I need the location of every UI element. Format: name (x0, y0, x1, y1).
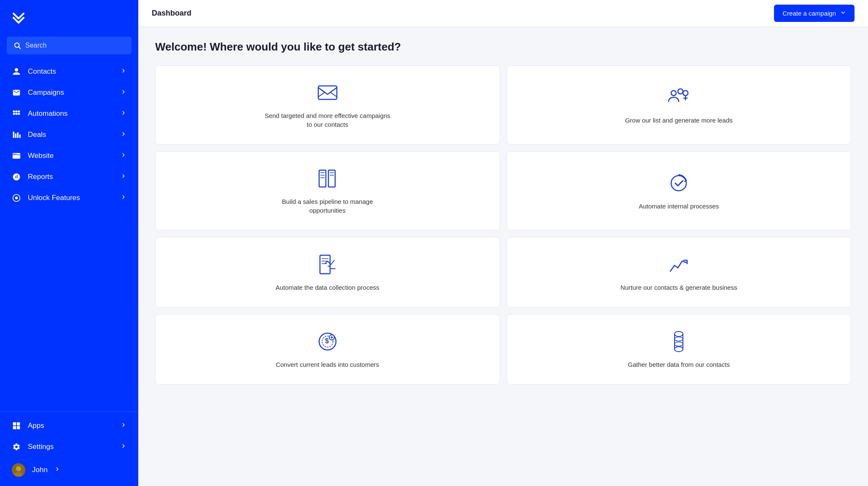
sidebar-divider (0, 411, 138, 412)
leads-card-icon (667, 85, 691, 109)
welcome-heading: Welcome! Where would you like to get sta… (155, 40, 851, 53)
data-card-text: Automate the data collection process (276, 283, 379, 292)
svg-point-29 (671, 91, 676, 96)
sidebar-item-reports[interactable]: Reports (0, 166, 138, 187)
svg-point-24 (16, 466, 21, 471)
apps-icon (12, 421, 21, 430)
card-convert[interactable]: $ Convert current leads into customers (155, 314, 500, 385)
create-campaign-label: Create a campaign (782, 10, 836, 17)
automate-card-icon (667, 171, 691, 195)
search-icon (13, 42, 21, 49)
pipeline-card-text: Build a sales pipeline to manage opportu… (264, 197, 391, 215)
sidebar-item-settings[interactable]: Settings (0, 436, 138, 457)
convert-card-text: Convert current leads into customers (276, 360, 379, 369)
convert-card-icon: $ (316, 330, 339, 353)
create-campaign-chevron (840, 10, 846, 17)
unlock-label: Unlock Features (28, 194, 114, 202)
card-campaigns[interactable]: Send targeted and more effective campaig… (155, 65, 500, 144)
svg-line-28 (331, 93, 337, 97)
website-icon (12, 151, 21, 160)
reports-chevron (121, 173, 126, 181)
svg-rect-3 (16, 111, 18, 112)
svg-rect-19 (13, 422, 16, 426)
card-gather[interactable]: Gather better data from our contacts (507, 314, 852, 385)
svg-rect-26 (318, 86, 337, 99)
svg-rect-9 (15, 134, 16, 138)
avatar (12, 463, 25, 477)
svg-point-55 (675, 337, 683, 341)
reports-icon (12, 172, 21, 182)
deals-icon (12, 130, 21, 139)
settings-icon (12, 442, 21, 451)
create-campaign-button[interactable]: Create a campaign (774, 5, 855, 22)
leads-card-text: Grow our list and generate more leads (625, 116, 733, 125)
website-label: Website (28, 152, 114, 160)
settings-label: Settings (28, 443, 114, 451)
card-data[interactable]: Automate the data collection process (155, 237, 500, 307)
email-card-icon (316, 81, 339, 104)
settings-chevron (121, 443, 126, 451)
search-label: Search (25, 42, 47, 49)
automate-card-text: Automate internal processes (639, 202, 719, 211)
gather-card-icon (667, 330, 691, 353)
svg-point-18 (15, 197, 18, 200)
sidebar-item-automations[interactable]: Automations (0, 103, 138, 124)
logo-icon (12, 10, 25, 27)
page-title: Dashboard (152, 9, 191, 18)
campaigns-label: Campaigns (28, 88, 114, 97)
sidebar-logo[interactable] (0, 0, 138, 37)
apps-label: Apps (28, 422, 114, 430)
website-chevron (121, 152, 126, 160)
svg-text:$: $ (325, 337, 329, 344)
card-nurture[interactable]: Nurture our contacts & generate business (507, 237, 852, 307)
sidebar-item-website[interactable]: Website (0, 145, 138, 166)
automations-label: Automations (28, 109, 114, 118)
svg-rect-21 (13, 426, 16, 430)
apps-chevron (121, 422, 126, 430)
topbar: Dashboard Create a campaign (138, 0, 868, 27)
sidebar-item-campaigns[interactable]: Campaigns (0, 82, 138, 103)
svg-point-15 (14, 154, 15, 155)
svg-rect-4 (18, 111, 20, 112)
svg-rect-11 (19, 134, 21, 138)
svg-rect-8 (13, 132, 14, 138)
pipeline-card-icon (316, 167, 339, 190)
campaigns-icon (12, 88, 21, 97)
campaigns-card-text: Send targeted and more effective campaig… (264, 111, 391, 129)
card-automate[interactable]: Automate internal processes (507, 151, 852, 230)
user-chevron (54, 466, 60, 474)
gather-card-text: Gather better data from our contacts (628, 360, 730, 369)
svg-point-57 (675, 347, 683, 352)
unlock-icon (12, 193, 21, 203)
unlock-chevron (121, 194, 126, 202)
contacts-chevron (121, 67, 126, 76)
card-pipeline[interactable]: Build a sales pipeline to manage opportu… (155, 151, 500, 230)
automations-chevron (121, 109, 126, 118)
search-bar[interactable]: Search (7, 37, 132, 54)
svg-rect-22 (17, 426, 20, 430)
contacts-icon (12, 67, 21, 76)
svg-point-31 (683, 91, 688, 96)
deals-chevron (121, 131, 126, 139)
campaigns-chevron (121, 88, 126, 97)
sidebar-bottom: Apps Settings John (0, 415, 138, 486)
sidebar-item-unlock[interactable]: Unlock Features (0, 187, 138, 208)
svg-rect-5 (13, 113, 15, 115)
cards-grid: Send targeted and more effective campaig… (155, 65, 851, 385)
sidebar-item-contacts[interactable]: Contacts (0, 61, 138, 82)
card-leads[interactable]: Grow our list and generate more leads (507, 65, 852, 144)
svg-point-16 (16, 154, 16, 155)
sidebar-item-apps[interactable]: Apps (0, 415, 138, 436)
deals-label: Deals (28, 131, 114, 139)
svg-rect-20 (17, 422, 20, 426)
svg-rect-42 (320, 255, 330, 274)
svg-rect-10 (17, 132, 19, 138)
svg-rect-7 (18, 113, 20, 115)
automations-icon (12, 109, 21, 118)
svg-point-41 (671, 176, 686, 191)
svg-rect-6 (16, 113, 18, 115)
user-profile[interactable]: John (0, 457, 138, 483)
svg-line-1 (19, 47, 20, 48)
sidebar-item-deals[interactable]: Deals (0, 124, 138, 145)
reports-label: Reports (28, 173, 114, 181)
